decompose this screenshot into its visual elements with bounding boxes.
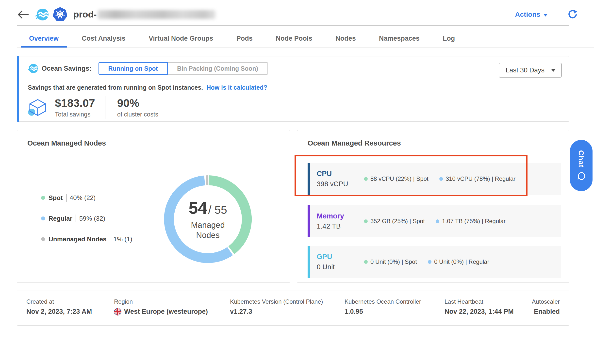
managed-nodes-title: Ocean Managed Nodes xyxy=(27,139,106,147)
memory-name: Memory xyxy=(317,212,364,220)
gpu-total: 0 Unit xyxy=(317,263,364,271)
controller-value: 1.0.95 xyxy=(345,308,421,315)
legend-item-spot: Spot 40% (22) xyxy=(41,194,132,202)
legend-item-regular: Regular 59% (32) xyxy=(41,215,132,222)
created-at-value: Nov 2, 2023, 7:23 AM xyxy=(26,308,92,315)
header: prod- Actions xyxy=(17,4,577,25)
ocean-wave-icon xyxy=(28,63,38,74)
unmanaged-dot-icon xyxy=(41,237,45,241)
managed-count: 54 xyxy=(189,198,207,217)
donut-caption: Managed Nodes xyxy=(191,220,225,240)
savings-description: Savings that are generated from running … xyxy=(28,84,267,91)
cpu-total: 398 vCPU xyxy=(317,180,364,188)
tab-nodes[interactable]: Nodes xyxy=(335,29,356,48)
running-on-spot-toggle[interactable]: Running on Spot xyxy=(99,62,168,75)
savings-header-row: Ocean Savings: Running on Spot Bin Packi… xyxy=(28,62,268,75)
cluster-name-redacted xyxy=(98,10,215,19)
legend-bar xyxy=(110,235,110,243)
total-savings-value: $183.07 xyxy=(55,97,95,109)
refresh-icon[interactable] xyxy=(567,9,577,20)
cluster-cost-percent-stat: 90% of cluster costs xyxy=(117,97,158,118)
chevron-down-icon xyxy=(551,69,556,72)
header-divider xyxy=(17,25,569,26)
savings-stats: $183.07 Total savings 90% of cluster cos… xyxy=(28,95,158,120)
memory-total: 1.42 TB xyxy=(317,222,364,230)
how-calculated-link[interactable]: How is it calculated? xyxy=(206,84,267,91)
region-value: West Europe (westeurope) xyxy=(124,308,208,315)
ocean-savings-banner: Ocean Savings: Running on Spot Bin Packi… xyxy=(17,56,569,122)
chat-button[interactable]: Chat xyxy=(570,140,593,191)
region-column: Region West Europe (westeurope) xyxy=(114,298,208,315)
tab-node-pools[interactable]: Node Pools xyxy=(276,29,313,48)
cpu-spot-metric: 88 vCPU (22%) | Spot xyxy=(364,175,429,182)
regular-dot-icon xyxy=(439,177,443,181)
tab-virtual-node-groups[interactable]: Virtual Node Groups xyxy=(149,29,213,48)
heartbeat-value: Nov 22, 2023, 1:44 PM xyxy=(445,308,514,315)
nodes-legend: Spot 40% (22) Regular 59% (32) Unmanaged… xyxy=(41,194,132,243)
tab-overview[interactable]: Overview xyxy=(29,29,59,48)
resource-row-cpu: CPU 398 vCPU 88 vCPU (22%) | Spot 310 vC… xyxy=(308,163,561,195)
period-dropdown-value: Last 30 Days xyxy=(506,66,544,74)
tab-cost-analysis[interactable]: Cost Analysis xyxy=(82,29,126,48)
chat-label: Chat xyxy=(577,150,585,168)
resource-row-memory: Memory 1.42 TB 352 GB (25%) | Spot 1.07 … xyxy=(308,205,561,237)
managed-resources-title: Ocean Managed Resources xyxy=(308,139,401,147)
legend-bar xyxy=(76,215,76,222)
k8s-version-value: v1.27.3 xyxy=(230,308,323,315)
back-arrow-icon[interactable] xyxy=(17,10,29,19)
card-divider xyxy=(308,157,559,157)
total-count: / 55 xyxy=(208,203,227,216)
uk-flag-icon xyxy=(114,308,121,315)
memory-spot-metric: 352 GB (25%) | Spot xyxy=(364,218,425,225)
autoscaler-column: Autoscaler Enabled xyxy=(532,298,560,315)
total-savings-stat: $183.07 Total savings xyxy=(55,97,95,118)
card-divider xyxy=(27,157,280,157)
stat-divider xyxy=(105,96,105,119)
spot-dot-icon xyxy=(364,177,368,181)
percent-label: of cluster costs xyxy=(117,111,158,118)
cpu-name: CPU xyxy=(317,170,364,178)
autoscaler-status: Enabled xyxy=(532,308,560,315)
chevron-down-icon xyxy=(543,14,548,17)
regular-dot-icon xyxy=(41,216,45,220)
tabs-divider xyxy=(17,48,594,48)
managed-nodes-card: Ocean Managed Nodes Spot 40% (22) Regula… xyxy=(17,130,290,283)
regular-dot-icon xyxy=(428,260,431,264)
savings-view-toggle: Running on Spot Bin Packing (Coming Soon… xyxy=(99,62,268,75)
gpu-name: GPU xyxy=(317,253,364,261)
savings-cube-icon xyxy=(28,98,48,117)
gpu-regular-metric: 0 Unit (0%) | Regular xyxy=(428,258,489,265)
ocean-product-icon xyxy=(35,8,49,21)
donut-center-label: 54 / 55 Managed Nodes xyxy=(176,187,240,251)
total-savings-label: Total savings xyxy=(55,111,95,118)
heartbeat-column: Last Heartbeat Nov 22, 2023, 1:44 PM xyxy=(445,298,514,315)
legend-item-unmanaged: Unmanaged Nodes 1% (1) xyxy=(41,235,132,243)
tab-bar: Overview Cost Analysis Virtual Node Grou… xyxy=(29,29,455,48)
managed-nodes-donut: 54 / 55 Managed Nodes xyxy=(164,175,252,264)
legend-bar xyxy=(66,194,66,202)
chat-bubble-icon xyxy=(577,171,586,181)
tab-pods[interactable]: Pods xyxy=(236,29,253,48)
savings-title: Ocean Savings: xyxy=(42,65,92,72)
controller-column: Kubernetes Ocean Controller 1.0.95 xyxy=(345,298,421,315)
kubernetes-icon xyxy=(53,7,67,22)
k8s-version-column: Kubernetes Version (Control Plane) v1.27… xyxy=(230,298,323,315)
tab-log[interactable]: Log xyxy=(443,29,455,48)
gpu-spot-metric: 0 Unit (0%) | Spot xyxy=(364,258,417,265)
ocean-cluster-dashboard: prod- Actions Overview Cost Analysis Vir… xyxy=(0,0,594,364)
regular-dot-icon xyxy=(436,219,439,223)
actions-button[interactable]: Actions xyxy=(515,11,548,18)
spot-dot-icon xyxy=(364,260,368,264)
managed-resources-card: Ocean Managed Resources CPU 398 vCPU 88 … xyxy=(297,130,569,283)
tab-namespaces[interactable]: Namespaces xyxy=(379,29,420,48)
actions-label: Actions xyxy=(515,11,540,18)
cluster-info-bar: Created at Nov 2, 2023, 7:23 AM Region W… xyxy=(17,291,569,326)
spot-dot-icon xyxy=(364,219,368,223)
cpu-regular-metric: 310 vCPU (78%) | Regular xyxy=(439,175,516,182)
resource-row-gpu: GPU 0 Unit 0 Unit (0%) | Spot 0 Unit (0%… xyxy=(308,246,561,278)
bin-packing-toggle[interactable]: Bin Packing (Coming Soon) xyxy=(168,62,268,75)
period-dropdown[interactable]: Last 30 Days xyxy=(499,63,562,78)
cluster-name-prefix: prod- xyxy=(73,9,97,20)
spot-dot-icon xyxy=(41,196,45,200)
memory-regular-metric: 1.07 TB (75%) | Regular xyxy=(436,218,506,225)
